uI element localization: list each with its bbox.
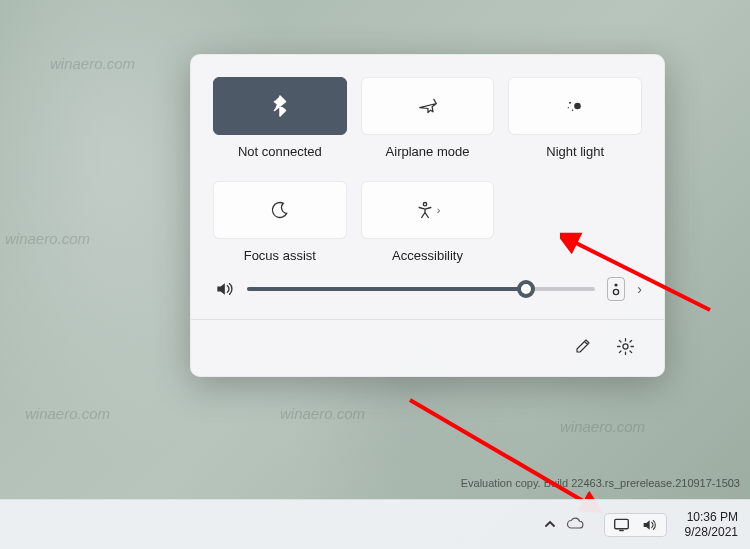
gear-icon (616, 337, 635, 356)
chevron-right-icon: › (437, 204, 441, 216)
svg-point-5 (615, 283, 618, 286)
svg-point-3 (572, 109, 574, 111)
accessibility-button[interactable]: › (361, 181, 495, 239)
svg-point-6 (614, 289, 619, 294)
svg-point-1 (569, 102, 571, 104)
bluetooth-tile: Not connected (213, 77, 347, 159)
quick-settings-panel: Not connected Airplane mode Night light (190, 54, 665, 377)
edit-quick-settings-button[interactable] (570, 333, 596, 359)
moon-icon (270, 200, 290, 220)
svg-point-4 (423, 203, 426, 206)
svg-point-2 (568, 107, 569, 108)
system-tray-button[interactable] (604, 513, 667, 537)
taskbar: 10:36 PM 9/28/2021 (0, 499, 750, 549)
focusassist-button[interactable] (213, 181, 347, 239)
nightlight-label: Night light (546, 144, 604, 159)
tray-overflow-button[interactable] (544, 516, 556, 534)
network-icon (613, 517, 630, 532)
accessibility-tile: › Accessibility (361, 181, 495, 263)
focusassist-label: Focus assist (244, 248, 316, 263)
onedrive-tray-icon[interactable] (566, 516, 584, 534)
evaluation-copy-text: Evaluation copy. Build 22463.rs_prerelea… (461, 477, 740, 489)
volume-slider-row: › (213, 277, 642, 301)
svg-point-0 (574, 103, 581, 110)
focusassist-tile: Focus assist (213, 181, 347, 263)
audio-flyout-chevron-icon[interactable]: › (637, 281, 642, 297)
volume-slider[interactable] (247, 287, 595, 291)
svg-point-7 (622, 343, 627, 348)
airplane-button[interactable] (361, 77, 495, 135)
desktop: winaero.com winaero.com winaero.com wina… (0, 0, 750, 549)
accessibility-label: Accessibility (392, 248, 463, 263)
settings-button[interactable] (612, 333, 638, 359)
accessibility-icon (415, 200, 435, 220)
airplane-label: Airplane mode (386, 144, 470, 159)
svg-rect-10 (614, 519, 628, 528)
nightlight-tile: Night light (508, 77, 642, 159)
nightlight-icon (564, 96, 586, 116)
volume-icon[interactable] (213, 278, 235, 300)
chevron-up-icon (544, 518, 556, 530)
bluetooth-icon (271, 95, 289, 117)
divider (191, 319, 664, 320)
taskbar-clock[interactable]: 10:36 PM 9/28/2021 (679, 510, 738, 540)
taskbar-date: 9/28/2021 (685, 525, 738, 540)
nightlight-button[interactable] (508, 77, 642, 135)
airplane-tile: Airplane mode (361, 77, 495, 159)
bluetooth-button[interactable] (213, 77, 347, 135)
cloud-icon (566, 517, 584, 530)
pencil-icon (574, 337, 592, 355)
airplane-icon (417, 96, 439, 116)
taskbar-time: 10:36 PM (687, 510, 738, 525)
bluetooth-label: Not connected (238, 144, 322, 159)
audio-output-button[interactable] (607, 277, 625, 301)
volume-tray-icon (640, 517, 658, 533)
